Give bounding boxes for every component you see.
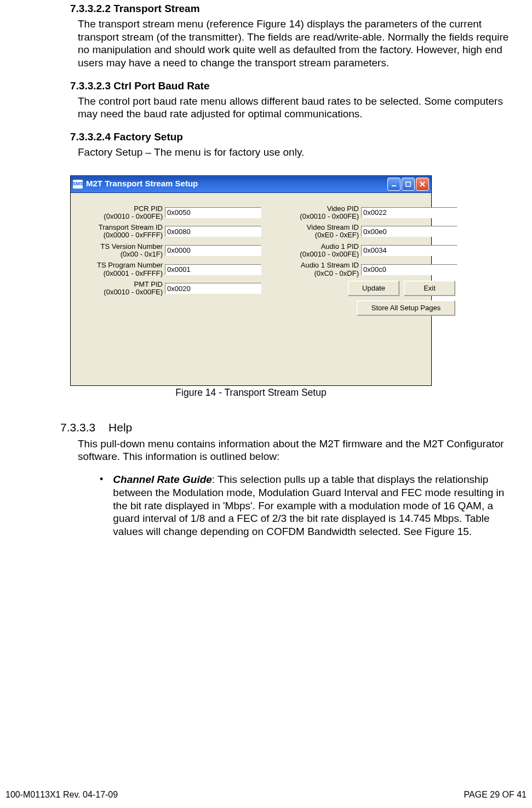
bullet-icon: •	[100, 473, 103, 486]
row-ts-program-number: TS Program Number (0x0001 - 0xFFFF)	[76, 261, 261, 277]
store-all-setup-pages-button[interactable]: Store All Setup Pages	[357, 300, 455, 316]
body-factory-setup: Factory Setup – The menu is for factory …	[78, 146, 521, 159]
window-title: M2T Transport Stream Setup	[86, 179, 387, 189]
bullet-lead: Channel Rate Guide	[113, 474, 212, 485]
bullet-text: Channel Rate Guide: This selection pulls…	[113, 473, 521, 538]
heading-help: 7.3.3.3 Help	[60, 420, 527, 435]
input-audio1-pid[interactable]	[361, 245, 457, 256]
minimize-icon	[391, 181, 397, 187]
form-column-left: PCR PID (0x0010 - 0x00FE) Transport Stre…	[76, 205, 261, 319]
row-video-pid: Video PID (0x0010 - 0x00FE)	[272, 205, 457, 221]
label-line2: (0x0010 - 0x00FE)	[104, 212, 163, 220]
input-ts-version-number[interactable]	[165, 245, 261, 256]
row-video-stream-id: Video Stream ID (0xE0 - 0xEF)	[272, 224, 457, 240]
bullet-channel-rate-guide: • Channel Rate Guide: This selection pul…	[100, 473, 521, 538]
row-ts-version-number: TS Version Number (0x00 - 0x1F)	[76, 243, 261, 259]
heading-transport-stream: 7.3.3.2.2 Transport Stream	[70, 2, 527, 15]
close-icon	[420, 181, 425, 187]
row-transport-stream-id: Transport Stream ID (0x0000 - 0xFFFF)	[76, 224, 261, 240]
label-line1: TS Program Number	[97, 261, 163, 269]
window-controls	[387, 178, 429, 191]
label-line2: (0x0010 - 0x00FE)	[104, 288, 163, 296]
label-line2: (0x0000 - 0xFFFF)	[104, 231, 163, 239]
exit-button[interactable]: Exit	[404, 281, 455, 296]
label-line2: (0xE0 - 0xEF)	[315, 231, 359, 239]
label-line2: (0x0010 - 0x00FE)	[300, 250, 359, 258]
label-video-pid: Video PID (0x0010 - 0x00FE)	[272, 205, 361, 221]
maximize-icon	[405, 181, 411, 187]
svg-rect-1	[406, 182, 410, 186]
input-transport-stream-id[interactable]	[165, 226, 261, 237]
transport-stream-window: SMS M2T Transport Stream Setup	[70, 175, 432, 386]
label-line2: (0x0001 - 0xFFFF)	[104, 269, 163, 277]
heading-help-number: 7.3.3.3	[60, 420, 95, 435]
label-audio1-pid: Audio 1 PID (0x0010 - 0x00FE)	[272, 243, 361, 259]
window-body: PCR PID (0x0010 - 0x00FE) Transport Stre…	[71, 193, 431, 325]
label-line2: (0xC0 - 0xDF)	[314, 269, 359, 277]
label-transport-stream-id: Transport Stream ID (0x0000 - 0xFFFF)	[76, 224, 165, 240]
label-ts-program-number: TS Program Number (0x0001 - 0xFFFF)	[76, 261, 165, 277]
page-footer: 100-M0113X1 Rev. 04-17-09 PAGE 29 OF 41	[5, 789, 527, 800]
form-grid: PCR PID (0x0010 - 0x00FE) Transport Stre…	[76, 205, 424, 319]
input-pcr-pid[interactable]	[165, 207, 261, 218]
label-line1: Audio 1 Stream ID	[301, 261, 359, 269]
label-line1: TS Version Number	[101, 242, 163, 251]
label-line1: Video Stream ID	[307, 223, 359, 231]
label-line1: Audio 1 PID	[321, 242, 359, 251]
label-audio1-stream-id: Audio 1 Stream ID (0xC0 - 0xDF)	[272, 261, 361, 277]
label-line2: (0x00 - 0x1F)	[121, 250, 163, 258]
input-audio1-stream-id[interactable]	[361, 264, 457, 275]
heading-help-title: Help	[108, 421, 132, 434]
input-pmt-pid[interactable]	[165, 283, 261, 294]
row-pcr-pid: PCR PID (0x0010 - 0x00FE)	[76, 205, 261, 221]
button-row-1: Update Exit	[272, 281, 457, 296]
label-line1: PCR PID	[134, 204, 163, 213]
label-line1: Transport Stream ID	[99, 223, 163, 231]
label-ts-version-number: TS Version Number (0x00 - 0x1F)	[76, 243, 165, 259]
input-video-stream-id[interactable]	[361, 226, 457, 237]
window-titlebar[interactable]: SMS M2T Transport Stream Setup	[71, 176, 431, 193]
body-ctrl-port-baud-rate: The control port baud rate menu allows d…	[78, 95, 521, 121]
footer-right: PAGE 29 OF 41	[464, 789, 527, 800]
label-line1: Video PID	[327, 204, 359, 213]
row-pmt-pid: PMT PID (0x0010 - 0x00FE)	[76, 281, 261, 297]
input-ts-program-number[interactable]	[165, 264, 261, 275]
update-button[interactable]: Update	[348, 281, 399, 296]
row-audio1-pid: Audio 1 PID (0x0010 - 0x00FE)	[272, 243, 457, 259]
label-pmt-pid: PMT PID (0x0010 - 0x00FE)	[76, 281, 165, 297]
input-video-pid[interactable]	[361, 207, 457, 218]
heading-ctrl-port-baud-rate: 7.3.3.2.3 Ctrl Port Baud Rate	[70, 79, 527, 93]
label-line1: PMT PID	[134, 280, 163, 288]
form-column-right: Video PID (0x0010 - 0x00FE) Video Stream…	[272, 205, 457, 319]
heading-factory-setup: 7.3.3.2.4 Factory Setup	[70, 130, 527, 144]
footer-left: 100-M0113X1 Rev. 04-17-09	[5, 789, 118, 800]
label-line2: (0x0010 - 0x00FE)	[300, 212, 359, 220]
minimize-button[interactable]	[387, 178, 401, 191]
close-button[interactable]	[416, 178, 429, 191]
button-row-2: Store All Setup Pages	[272, 300, 457, 316]
window-icon: SMS	[73, 180, 83, 189]
body-help: This pull-down menu contains information…	[78, 437, 521, 464]
svg-rect-0	[392, 185, 396, 186]
label-video-stream-id: Video Stream ID (0xE0 - 0xEF)	[272, 224, 361, 240]
body-transport-stream: The transport stream menu (reference Fig…	[78, 18, 521, 70]
row-audio1-stream-id: Audio 1 Stream ID (0xC0 - 0xDF)	[272, 261, 457, 277]
figure-14: SMS M2T Transport Stream Setup	[70, 175, 432, 399]
document-page: 7.3.3.2.2 Transport Stream The transport…	[0, 2, 532, 808]
label-pcr-pid: PCR PID (0x0010 - 0x00FE)	[76, 205, 165, 221]
maximize-button[interactable]	[402, 178, 415, 191]
figure-caption: Figure 14 - Transport Stream Setup	[70, 387, 432, 399]
